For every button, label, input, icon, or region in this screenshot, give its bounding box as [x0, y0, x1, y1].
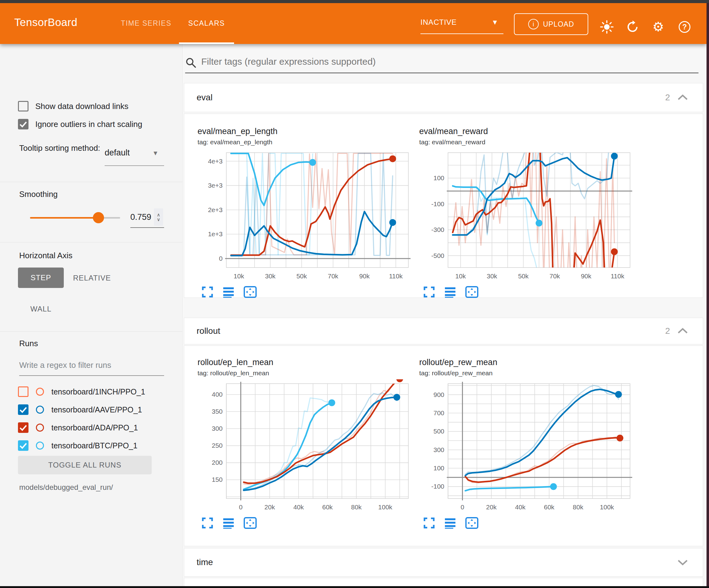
chart-tag: tag: eval/mean_ep_length [198, 138, 272, 146]
axis-option-step[interactable]: STEP [18, 267, 64, 288]
section-header-eval[interactable]: eval 2 [184, 83, 703, 112]
svg-text:4e+3: 4e+3 [208, 158, 222, 165]
tab-time-series[interactable]: TIME SERIES [115, 19, 177, 28]
checkbox-unchecked-icon[interactable] [18, 386, 28, 397]
section-header-time[interactable]: time [184, 548, 703, 577]
brightness-icon[interactable] [600, 20, 614, 34]
runs-list-icon[interactable] [222, 286, 235, 298]
svg-text:20k: 20k [264, 504, 275, 511]
upload-button[interactable]: i UPLOAD [514, 13, 588, 35]
tooltip-sorting-select[interactable]: default [105, 148, 130, 158]
run-color-ring-icon [36, 406, 44, 414]
run-color-ring-icon [36, 424, 44, 432]
svg-text:20k: 20k [486, 504, 497, 511]
svg-text:2e+3: 2e+3 [208, 206, 222, 213]
svg-text:80k: 80k [351, 504, 362, 511]
section-header-rollout[interactable]: rollout 2 [184, 318, 703, 344]
svg-text:3e+3: 3e+3 [208, 182, 222, 189]
run-row[interactable]: tensorboard/BTC/PPO_1 [18, 438, 137, 453]
chevron-up-icon[interactable] [677, 327, 688, 335]
line-chart[interactable]: 10k30k50k70k90k110k100-100-300-500 [419, 148, 632, 289]
svg-text:90k: 90k [581, 273, 592, 280]
runs-footer-path: models/debugged_eval_run/ [19, 483, 113, 492]
tooltip-sorting-label: Tooltip sorting method: [19, 143, 103, 154]
line-chart[interactable]: 020k40k60k80k100k150200250300350400 [197, 379, 411, 520]
search-icon [185, 57, 197, 69]
checkbox-checked-icon[interactable] [18, 423, 28, 433]
line-chart[interactable]: 10k30k50k70k90k110k01e+32e+33e+34e+3 [197, 148, 411, 289]
active-tab-underline [179, 43, 234, 44]
smoothing-stepper[interactable]: ∧∨ [154, 208, 163, 226]
slider-fill [30, 217, 99, 219]
fit-domain-icon[interactable] [243, 517, 257, 529]
refresh-icon[interactable] [625, 20, 640, 34]
help-icon[interactable]: ? [677, 20, 692, 34]
svg-text:100k: 100k [378, 504, 393, 511]
runs-list-icon[interactable] [222, 517, 235, 529]
section-title: time [196, 557, 213, 567]
divider [0, 331, 183, 332]
chart-rollout-ep-len-mean: rollout/ep_len_mean tag: rollout/ep_len_… [197, 355, 414, 529]
chevron-down-icon[interactable]: ▾ [154, 149, 157, 157]
fit-domain-icon[interactable] [243, 286, 257, 298]
fullscreen-icon[interactable] [201, 286, 214, 298]
svg-text:60k: 60k [544, 504, 554, 511]
svg-text:70k: 70k [328, 273, 338, 280]
smoothing-label: Smoothing [19, 189, 58, 199]
chart-tag: tag: eval/mean_reward [419, 138, 485, 146]
run-label: tensorboard/AAVE/PPO_1 [51, 405, 142, 414]
checkbox-checked-icon[interactable] [18, 440, 28, 451]
line-chart[interactable]: 020k40k60k80k100k-100100300500700900 [419, 379, 632, 520]
svg-text:-100: -100 [431, 483, 444, 490]
window-right-strip [707, 3, 709, 588]
run-color-ring-icon [36, 388, 44, 396]
app-header: TensorBoard TIME SERIES SCALARS INACTIVE… [0, 3, 707, 44]
run-row[interactable]: tensorboard/AAVE/PPO_1 [18, 403, 142, 417]
svg-text:500: 500 [434, 428, 444, 435]
checkbox-checked-icon[interactable] [18, 404, 28, 415]
status-dropdown[interactable]: INACTIVE [420, 18, 457, 27]
section-header-next[interactable] [184, 578, 703, 587]
chevron-down-icon[interactable]: ▾ [493, 17, 497, 27]
show-download-links-row[interactable]: Show data download links [18, 101, 129, 111]
chart-rollout-ep-rew-mean: rollout/ep_rew_mean tag: rollout/ep_rew_… [419, 355, 635, 529]
svg-text:250: 250 [212, 442, 222, 449]
smoothing-value[interactable]: 0.759 [130, 212, 151, 222]
run-row[interactable]: tensorboard/ADA/PPO_1 [18, 420, 138, 435]
chart-title: eval/mean_reward [419, 127, 488, 136]
svg-text:300: 300 [212, 425, 222, 432]
chart-tag: tag: rollout/ep_rew_mean [419, 369, 493, 377]
gear-icon[interactable]: ⚙ [651, 20, 665, 34]
fit-domain-icon[interactable] [465, 286, 479, 298]
slider-handle[interactable] [93, 212, 104, 223]
chart-eval-mean-ep-length: eval/mean_ep_length tag: eval/mean_ep_le… [197, 124, 414, 298]
svg-text:90k: 90k [359, 273, 370, 280]
fullscreen-icon[interactable] [201, 517, 214, 529]
runs-filter-input[interactable]: Write a regex to filter runs [19, 360, 111, 370]
fullscreen-icon[interactable] [423, 286, 435, 298]
checkbox-checked-icon[interactable] [18, 119, 28, 129]
svg-text:10k: 10k [234, 273, 244, 280]
tooltip-sorting-underline [105, 165, 164, 166]
chart-title: rollout/ep_rew_mean [419, 358, 497, 367]
axis-option-wall[interactable]: WALL [30, 305, 51, 313]
tab-scalars[interactable]: SCALARS [179, 19, 234, 28]
runs-list-icon[interactable] [444, 517, 456, 529]
run-row[interactable]: tensorboard/1INCH/PPO_1 [18, 385, 145, 399]
section-body-rollout: rollout/ep_len_mean tag: rollout/ep_len_… [184, 346, 703, 546]
fullscreen-icon[interactable] [423, 517, 435, 529]
checkbox-unchecked-icon[interactable] [18, 101, 28, 111]
toggle-all-runs-button[interactable]: TOGGLE ALL RUNS [18, 456, 152, 475]
chevron-up-icon[interactable] [677, 94, 688, 102]
svg-text:0: 0 [219, 255, 222, 262]
svg-text:110k: 110k [610, 273, 624, 280]
svg-text:0: 0 [461, 504, 465, 511]
ignore-outliers-row[interactable]: Ignore outliers in chart scaling [18, 119, 142, 129]
svg-text:350: 350 [212, 408, 222, 415]
tag-filter-input[interactable] [201, 56, 690, 67]
svg-text:700: 700 [434, 409, 444, 416]
axis-option-relative[interactable]: RELATIVE [73, 274, 111, 282]
fit-domain-icon[interactable] [465, 517, 479, 529]
chevron-down-icon[interactable] [677, 558, 688, 566]
runs-list-icon[interactable] [444, 286, 456, 298]
